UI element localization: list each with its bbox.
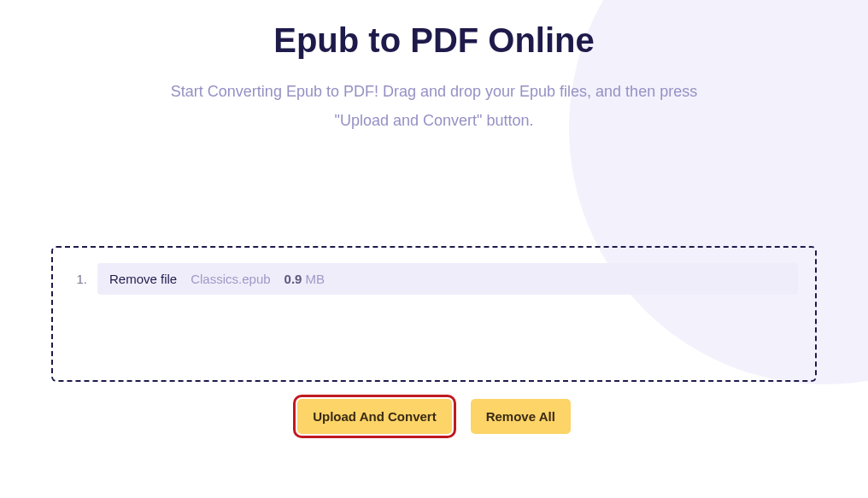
file-index: 1.	[70, 272, 87, 286]
file-size: 0.9 MB	[284, 272, 326, 286]
action-buttons: Upload And Convert Remove All	[0, 399, 868, 434]
file-row: 1. Remove file Classics.epub 0.9 MB	[70, 263, 798, 295]
remove-file-link[interactable]: Remove file	[109, 272, 177, 286]
remove-all-button[interactable]: Remove All	[471, 399, 571, 434]
file-name: Classics.epub	[191, 272, 270, 286]
file-dropzone[interactable]: 1. Remove file Classics.epub 0.9 MB	[51, 246, 817, 382]
file-size-unit: MB	[302, 272, 325, 286]
file-size-number: 0.9	[284, 272, 302, 286]
file-entry: Remove file Classics.epub 0.9 MB	[97, 263, 798, 295]
upload-convert-button[interactable]: Upload And Convert	[297, 399, 451, 434]
page-title: Epub to PDF Online	[0, 21, 868, 60]
page-subtitle: Start Converting Epub to PDF! Drag and d…	[169, 77, 699, 135]
